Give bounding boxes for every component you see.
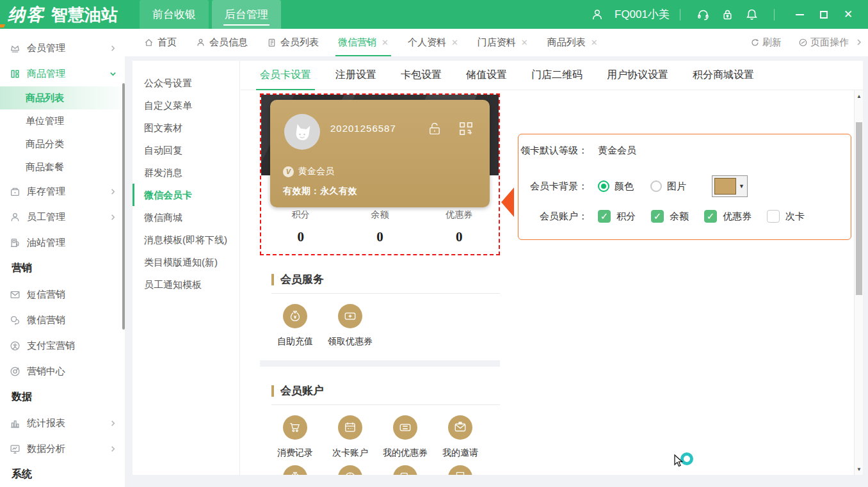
list-doc-icon <box>267 38 277 47</box>
page-tab-store-profile[interactable]: 门店资料 ✕ <box>478 29 528 56</box>
window-maximize-button[interactable] <box>814 5 833 24</box>
page-operations-button[interactable]: 页面操作 <box>798 36 849 49</box>
radio-unchecked-icon[interactable] <box>650 180 662 192</box>
checkbox-checked-icon[interactable]: ✓ <box>704 210 717 223</box>
submenu-item-official-account-settings[interactable]: 公众号设置 <box>133 72 239 94</box>
submenu-item-wechat-member-card[interactable]: 微信会员卡 <box>133 184 239 206</box>
sidebar-subitem-unit-management[interactable]: 单位管理 <box>0 109 125 132</box>
tab-close-icon[interactable]: ✕ <box>451 38 458 47</box>
chevron-right-icon <box>109 445 117 452</box>
account-balance-records[interactable]: 余额记录 <box>433 465 488 475</box>
sidebar-item-sms-marketing[interactable]: 短信营销 <box>0 282 125 307</box>
window-minimize-button[interactable] <box>790 5 809 24</box>
sidebar-scrollbar-thumb[interactable] <box>122 83 125 330</box>
chevron-right-icon[interactable] <box>855 37 863 48</box>
wechat-submenu: 公众号设置 自定义菜单 图文素材 自动回复 群发消息 微信会员卡 微信商城 消息… <box>133 61 240 475</box>
page-tab-actions: 刷新 页面操作 <box>734 36 863 49</box>
sidebar-item-wechat-marketing[interactable]: 微信营销 <box>0 307 125 333</box>
user-menu[interactable]: FQ001小美 <box>585 7 670 22</box>
scrollbar-down-arrow[interactable]: ▼ <box>855 465 864 474</box>
sidebar-item-marketing-center[interactable]: 营销中心 <box>0 358 125 384</box>
page-tab-member-list[interactable]: 会员列表 <box>267 29 319 56</box>
service-claim-coupon[interactable]: 领取优惠券 <box>323 304 378 347</box>
service-label: 领取优惠券 <box>323 336 378 347</box>
submenu-item-custom-menu[interactable]: 自定义菜单 <box>133 94 239 116</box>
refresh-button[interactable]: 刷新 <box>750 36 782 49</box>
envelope-icon <box>9 289 20 300</box>
checkbox-unchecked-icon[interactable] <box>767 210 780 223</box>
account-my-invitations[interactable]: 我的邀请 <box>433 415 488 459</box>
lock-icon[interactable] <box>719 8 735 21</box>
account-times-card[interactable]: 次卡账户 <box>323 415 378 459</box>
content-scrollbar[interactable]: ▲ ▼ <box>854 90 863 475</box>
bar-chart-icon <box>9 418 20 429</box>
sidebar-item-station-management[interactable]: 油站管理 <box>0 230 125 255</box>
service-self-recharge[interactable]: 自助充值 <box>268 304 323 347</box>
sidebar-item-label: 库存管理 <box>27 186 65 198</box>
nav-tab-front-desk[interactable]: 前台收银 <box>140 0 209 29</box>
nav-tab-back-office[interactable]: 后台管理 <box>212 0 281 29</box>
background-color-radio-option[interactable]: 颜色 <box>598 180 634 193</box>
tab-user-agreement-settings[interactable]: 用户协议设置 <box>607 61 668 90</box>
page-tab-wechat-marketing[interactable]: 微信营销 ✕ <box>338 29 389 56</box>
radio-checked-icon[interactable] <box>598 180 609 192</box>
page-tab-home[interactable]: 首页 <box>144 29 177 56</box>
tab-points-mall-settings[interactable]: 积分商城设置 <box>693 61 754 90</box>
tab-close-icon[interactable]: ✕ <box>382 38 389 47</box>
card-color-picker[interactable]: ▼ <box>712 175 748 197</box>
chevron-down-icon <box>109 70 117 77</box>
tab-close-icon[interactable]: ✕ <box>591 38 598 47</box>
account-consume-records[interactable]: 消费记录 <box>268 415 323 459</box>
scrollbar-up-arrow[interactable]: ▲ <box>855 92 864 100</box>
chevron-right-icon <box>109 45 117 52</box>
tab-card-package-settings[interactable]: 卡包设置 <box>401 61 442 90</box>
sidebar-item-product-management[interactable]: 商品管理 <box>0 61 125 86</box>
headset-icon[interactable] <box>695 8 711 21</box>
submenu-item-auto-reply[interactable]: 自动回复 <box>133 139 239 161</box>
tab-close-icon[interactable]: ✕ <box>521 38 528 47</box>
submenu-item-wechat-mall[interactable]: 微信商城 <box>133 206 239 228</box>
services-icon-grid: 自助充值 领取优惠券 <box>260 304 500 354</box>
account-count-records[interactable]: 计次记录 <box>323 465 378 475</box>
account-points-checkbox-option[interactable]: ✓ 积分 <box>598 210 636 223</box>
sidebar-item-alipay-marketing[interactable]: 支付宝营销 <box>0 333 125 358</box>
tab-store-qrcode[interactable]: 门店二维码 <box>531 61 583 90</box>
sidebar-item-data-analysis[interactable]: 数据分析 <box>0 436 125 461</box>
tab-stored-value-settings[interactable]: 储值设置 <box>466 61 507 90</box>
sidebar-subitem-product-combo[interactable]: 商品套餐 <box>0 156 125 179</box>
sidebar-item-label: 支付宝营销 <box>27 340 75 352</box>
account-recharge-records[interactable]: 充值记录 <box>268 465 323 475</box>
checkbox-checked-icon[interactable]: ✓ <box>651 210 664 223</box>
account-my-coupons[interactable]: 我的优惠券 <box>378 415 433 459</box>
submenu-item-staff-notice-template[interactable]: 员工通知模板 <box>133 273 239 296</box>
bell-icon[interactable] <box>744 8 759 21</box>
tab-member-card-settings[interactable]: 会员卡设置 <box>260 61 311 90</box>
submenu-item-broadcast-message[interactable]: 群发消息 <box>133 161 239 184</box>
account-times-card-checkbox-option[interactable]: 次卡 <box>767 210 805 223</box>
background-image-radio-option[interactable]: 图片 <box>650 180 686 193</box>
submenu-item-media-material[interactable]: 图文素材 <box>133 116 239 139</box>
dropdown-arrow-icon: ▼ <box>739 183 744 189</box>
gold-title-bar <box>271 274 274 285</box>
sidebar-subitem-product-list[interactable]: 商品列表 <box>0 86 125 109</box>
page-tab-product-list[interactable]: 商品列表 ✕ <box>547 29 598 56</box>
invite-envelope-icon <box>448 415 472 440</box>
sidebar-item-statistics-reports[interactable]: 统计报表 <box>0 410 125 436</box>
page-tab-personal-profile[interactable]: 个人资料 ✕ <box>408 29 458 56</box>
page-tab-member-info[interactable]: 会员信息 <box>196 29 248 56</box>
account-points-records[interactable]: 积分记录 <box>378 465 433 475</box>
sidebar-item-inventory-management[interactable]: 库存管理 <box>0 179 125 204</box>
checkbox-checked-icon[interactable]: ✓ <box>598 210 611 223</box>
wechat-icon <box>9 315 20 326</box>
tab-registration-settings[interactable]: 注册设置 <box>335 61 376 90</box>
account-balance-checkbox-option[interactable]: ✓ 余额 <box>651 210 689 223</box>
account-coupon-checkbox-option[interactable]: ✓ 优惠券 <box>704 210 751 223</box>
submenu-item-message-template[interactable]: 消息模板(即将下线) <box>133 228 239 251</box>
scrollbar-thumb[interactable] <box>856 122 862 295</box>
default-level-row: 领卡默认等级： 黄金会员 <box>518 145 851 157</box>
window-close-button[interactable]: ✕ <box>839 5 858 24</box>
sidebar-subitem-product-category[interactable]: 商品分类 <box>0 132 125 156</box>
sidebar-item-member-management[interactable]: 会员管理 <box>0 35 125 61</box>
submenu-item-category-template-notice[interactable]: 类目模版通知(新) <box>133 251 239 273</box>
sidebar-item-staff-management[interactable]: 员工管理 <box>0 204 125 230</box>
